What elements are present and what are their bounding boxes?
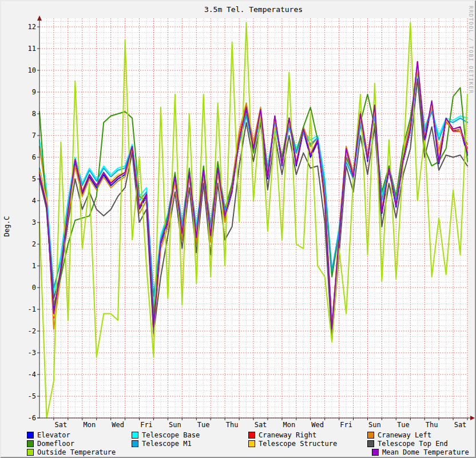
y-tick-label: 3 [32,218,36,226]
legend-label: Domefloor [37,440,74,448]
legend-label: Telescope Structure [259,440,337,448]
y-tick-label: -6 [28,414,36,422]
y-tick-label: 12 [28,23,36,31]
legend-swatch [248,440,255,447]
y-tick-label: 0 [32,284,36,292]
chart-legend: ElevatorTelescope BaseCraneway RightCran… [27,431,474,456]
legend-item-telescope-structure: Telescope Structure [248,440,367,448]
legend-item-mean-dome-temperature: Mean Dome Temperature [367,448,474,456]
legend-label: Mean Dome Temperature [382,448,469,456]
legend-label: Elevator [37,431,70,439]
legend-label: Craneway Left [378,431,431,439]
x-tick-label: Fri [140,421,153,429]
legend-item-telescope-m1: Telescope M1 [132,440,248,448]
x-tick-label: Sat [255,421,267,429]
legend-row: Outside TemperatureMean Dome Temperature [27,448,474,456]
x-tick-label: Mon [283,421,295,429]
y-tick-label: 10 [28,66,36,74]
y-tick-label: -4 [28,371,36,379]
legend-swatch [248,432,255,439]
legend-label: Outside Temperature [37,448,116,456]
legend-item-domefloor: Domefloor [27,440,132,448]
y-tick-label: -2 [28,327,36,335]
legend-label: Craneway Right [259,431,316,439]
legend-item-telescope-top-end: Telescope Top End [367,440,474,448]
legend-item-craneway-right: Craneway Right [248,431,367,439]
y-tick-label: 4 [32,197,36,205]
legend-item-craneway-left: Craneway Left [367,431,474,439]
x-tick-label: Sun [368,421,381,429]
x-axis-ticks [54,418,467,420]
rrdtool-graph: 3.5m Tel. Temperatures Deg.C RRDTOOL / T… [0,0,476,458]
y-tick-label: 11 [28,45,36,53]
x-tick-label: Sat [454,421,467,429]
legend-swatch [367,432,374,439]
legend-label: Telescope Top End [378,440,448,448]
x-tick-label: Wed [311,421,324,429]
x-tick-label: Thu [426,421,438,429]
x-tick-label: Tue [197,421,210,429]
legend-label: Telescope Base [142,431,200,439]
legend-swatch [372,449,379,456]
legend-label: Telescope M1 [142,440,192,448]
y-axis-arrow [37,15,42,21]
y-tick-label: -3 [28,349,36,357]
y-tick-label: -1 [28,305,36,313]
legend-swatch [27,449,34,456]
legend-swatch [132,432,138,439]
y-tick-label: 5 [32,175,36,183]
x-tick-label: Wed [112,421,124,429]
x-tick-label: Fri [340,421,352,429]
x-tick-label: Sat [55,421,68,429]
y-tick-label: -5 [28,392,36,400]
x-tick-label: Tue [397,421,410,429]
y-tick-label: 6 [32,153,36,161]
y-tick-label: 8 [32,110,36,118]
y-tick-label: 2 [32,240,36,248]
legend-item-outside-temperature: Outside Temperature [27,448,132,456]
legend-item-telescope-base: Telescope Base [132,431,248,439]
legend-swatch [367,440,374,447]
x-tick-label: Mon [83,421,96,429]
x-tick-label: Thu [226,421,239,429]
y-tick-label: 7 [32,132,36,140]
chart-canvas: -6-5-4-3-2-10123456789101112SatMonWedFri… [1,1,476,429]
legend-swatch [27,440,34,447]
legend-row: DomefloorTelescope M1Telescope Structure… [27,439,474,448]
legend-swatch [27,432,34,439]
y-tick-label: 1 [32,262,36,270]
legend-item-elevator: Elevator [27,431,132,439]
x-axis-arrow [470,416,475,420]
legend-swatch [132,440,138,447]
x-tick-label: Sun [169,421,181,429]
y-tick-label: 9 [32,88,36,96]
y-axis-ticks [37,27,39,418]
legend-row: ElevatorTelescope BaseCraneway RightCran… [27,431,474,439]
